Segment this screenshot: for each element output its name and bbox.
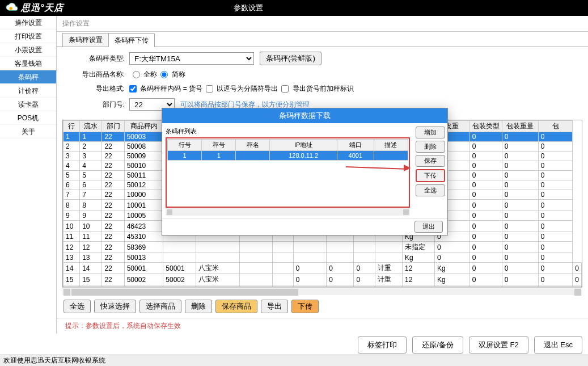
scale-version-button[interactable]: 条码秤(尝鲜版) <box>260 52 322 65</box>
status-bar: 欢迎使用思迅天店互联网收银系统 <box>0 355 588 366</box>
exit-button[interactable]: 退出 Esc <box>534 336 582 354</box>
sidebar-item-4[interactable]: 条码秤 <box>0 70 56 84</box>
sidebar-item-7[interactable]: POS机 <box>0 111 56 125</box>
sidebar-item-1[interactable]: 打印设置 <box>0 30 56 43</box>
restore-button[interactable]: 还原/备份 <box>412 336 463 354</box>
table-row[interactable]: 12122258369未指定0000 <box>64 242 582 253</box>
modal-delete-button[interactable]: 删除 <box>416 141 445 153</box>
breadcrumb: 操作设置 <box>57 16 588 32</box>
format-label: 导出格式: <box>68 84 125 94</box>
page-header-title: 参数设置 <box>234 3 263 13</box>
select-all-button[interactable]: 全选 <box>64 300 91 313</box>
label-print-button[interactable]: 标签打印 <box>358 336 407 354</box>
sidebar-item-5[interactable]: 计价秤 <box>0 84 56 98</box>
col-header[interactable]: 行 <box>64 121 80 132</box>
col-header[interactable]: 包装类型 <box>469 121 502 132</box>
sidebar-item-3[interactable]: 客显钱箱 <box>0 57 56 70</box>
table-row[interactable]: 1414225000150001八宝米000计重12Kg0000 <box>64 263 582 274</box>
radio-full[interactable]: 全称 <box>129 70 157 79</box>
download-button[interactable]: 下传 <box>291 300 319 313</box>
col-header[interactable]: 包 <box>538 121 572 132</box>
h-scrollbar[interactable] <box>62 287 582 295</box>
sidebar-item-2[interactable]: 小票设置 <box>0 43 56 57</box>
download-modal: 条码秤数据下载 条码秤列表 行号秤号秤名IP地址端口描述 11128.0.11.… <box>162 108 448 235</box>
col-header[interactable]: 部门 <box>102 121 124 132</box>
table-row[interactable]: 13132250013Kg0000 <box>64 253 582 263</box>
svg-point-0 <box>9 7 12 10</box>
modal-save-button[interactable]: 保存 <box>416 155 445 167</box>
sidebar: 操作设置打印设置小票设置客显钱箱条码秤计价秤读卡器POS机关于 <box>0 16 57 334</box>
table-row[interactable]: 1515225000250002八宝米000计重12Kg0000 <box>64 274 582 285</box>
brand-text: 思迅°天店 <box>21 2 64 14</box>
sidebar-item-6[interactable]: 读卡器 <box>0 98 56 111</box>
tab-1[interactable]: 条码秤下传 <box>108 33 155 47</box>
col-header[interactable]: 流水 <box>80 121 102 132</box>
tabs: 条码秤设置条码秤下传 <box>57 33 588 47</box>
brand-logo: 思迅°天店 <box>6 2 64 14</box>
hint-text: 提示：参数设置后，系统自动保存生效 <box>57 318 588 334</box>
fmt-opt1[interactable]: 条码秤秤内码 = 货号 <box>129 84 202 94</box>
fmt-opt2[interactable]: 以逗号为分隔符导出 <box>206 84 278 94</box>
dual-screen-button[interactable]: 双屏设置 F2 <box>469 336 528 354</box>
dept-label: 部门号: <box>68 100 125 110</box>
modal-download-button[interactable]: 下传 <box>416 169 445 182</box>
export-name-label: 导出商品名称: <box>68 70 125 79</box>
export-button[interactable]: 导出 <box>261 300 288 313</box>
modal-subtitle: 条码秤列表 <box>166 125 410 137</box>
modal-selectall-button[interactable]: 全选 <box>416 184 445 196</box>
col-header[interactable]: 包装重量 <box>502 121 538 132</box>
sidebar-item-0[interactable]: 操作设置 <box>0 16 56 30</box>
fmt-opt3[interactable]: 导出货号前加秤标识 <box>281 84 353 94</box>
type-label: 条码秤类型: <box>68 54 125 64</box>
modal-add-button[interactable]: 增加 <box>416 127 445 138</box>
delete-button[interactable]: 删除 <box>185 300 212 313</box>
modal-scrollbar[interactable] <box>166 208 410 216</box>
sidebar-item-8[interactable]: 关于 <box>0 125 56 138</box>
type-select[interactable]: F:大华TM15A <box>129 52 254 65</box>
select-product-button[interactable]: 选择商品 <box>139 300 181 313</box>
modal-title: 条码秤数据下载 <box>162 108 447 123</box>
modal-exit-button[interactable]: 退出 <box>414 221 443 233</box>
cloud-icon <box>6 2 18 14</box>
tab-0[interactable]: 条码秤设置 <box>62 33 109 47</box>
col-header[interactable]: 商品秤内 <box>124 121 163 132</box>
quick-select-button[interactable]: 快速选择 <box>94 300 136 313</box>
modal-table[interactable]: 行号秤号秤名IP地址端口描述 11128.0.11.24001 <box>167 139 408 161</box>
radio-short[interactable]: 简称 <box>157 70 185 79</box>
save-product-button[interactable]: 保存商品 <box>215 300 257 313</box>
